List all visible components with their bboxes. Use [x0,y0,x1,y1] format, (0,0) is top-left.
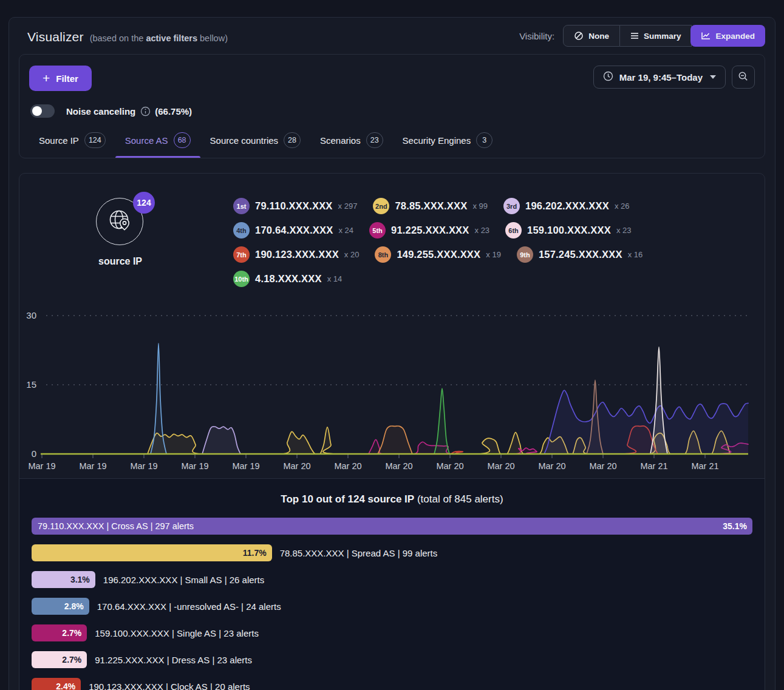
percentage-bar: 79.110.XXX.XXX | Cross AS | 297 alerts 3… [32,518,752,535]
legend-ip: 78.85.XXX.XXX [395,200,467,212]
chart-legend: 1st 79.110.XXX.XXX x 297 2nd 78.85.XXX.X… [233,198,763,287]
legend-ip: 157.245.XXX.XXX [539,249,622,260]
filter-right-controls: Mar 19, 9:45–Today [593,66,755,89]
percentage-bar: 2.8% [32,598,89,615]
bar-label-outside: 78.85.XXX.XXX | Spread AS | 99 alerts [280,548,438,558]
visibility-control: Visibility: None Summary Expanded [519,25,765,47]
legend-item[interactable]: 9th 157.245.XXX.XXX x 16 [517,246,643,263]
svg-text:30: 30 [26,310,36,320]
visibility-expanded-button[interactable]: Expanded [690,25,765,47]
filter-panel: + Filter Mar 19, 9:45–Today Noise cancel… [19,54,765,158]
bar-percentage: 2.4% [56,682,75,690]
percentage-bar: 11.7% [32,544,272,561]
legend-multiplier: x 20 [344,250,360,259]
legend-ip: 149.255.XXX.XXX [397,249,480,260]
legend-multiplier: x 23 [475,226,490,235]
legend-multiplier: x 14 [327,274,343,283]
top10-bar-row[interactable]: 2.8% 170.64.XXX.XXX | -unresolved AS- | … [32,598,752,615]
noise-canceling-toggle[interactable] [30,104,55,118]
rank-badge: 4th [233,222,250,238]
visibility-summary-button[interactable]: Summary [620,25,692,47]
percentage-bar: 3.1% [32,571,95,588]
top10-bar-row[interactable]: 2.4% 190.123.XXX.XXX | Clock AS | 20 ale… [32,678,752,690]
legend-ip: 190.123.XXX.XXX [255,249,339,260]
svg-text:Mar 20: Mar 20 [538,461,565,471]
legend-ip: 170.64.XXX.XXX [255,225,333,236]
rank-badge: 2nd [373,198,389,214]
visibility-none-button[interactable]: None [563,25,620,47]
percentage-bar: 2.7% [32,651,87,668]
filter-tab-source-countries[interactable]: Source countries 28 [200,124,310,158]
bar-label-outside: 159.100.XXX.XXX | Single AS | 23 alerts [95,628,259,638]
chart-header: 124 source IP 1st 79.110.XXX.XXX x 297 2… [19,174,765,287]
svg-text:Mar 19: Mar 19 [79,461,106,471]
legend-multiplier: x 297 [338,201,358,211]
filter-tab-source-ip[interactable]: Source IP 124 [29,124,115,158]
top10-bar-row[interactable]: 2.7% 91.225.XXX.XXX | Dress AS | 23 aler… [32,651,752,668]
top10-section: Top 10 out of 124 source IP (total of 84… [19,478,765,690]
entity-block: 124 source IP [96,198,145,287]
svg-text:Mar 19: Mar 19 [130,461,157,471]
bar-percentage: 2.7% [62,655,81,665]
svg-text:0: 0 [32,448,36,459]
zoom-out-button[interactable] [732,66,755,89]
rank-badge: 9th [517,246,533,263]
clock-icon [603,71,613,83]
svg-text:Mar 20: Mar 20 [487,461,514,471]
page-title: Visualizer [27,30,84,44]
tab-count-badge: 28 [284,132,301,148]
bar-label-inside: 79.110.XXX.XXX | Cross AS | 297 alerts [38,521,194,531]
globe-pin-icon [106,206,134,237]
top10-title: Top 10 out of 124 source IP (total of 84… [32,493,752,506]
svg-text:Mar 19: Mar 19 [28,461,55,471]
info-icon[interactable] [140,106,151,117]
filter-tab-security-engines[interactable]: Security Engines 3 [393,124,503,158]
noise-canceling-label: Noise canceling [66,106,135,117]
filter-tabs: Source IP 124 Source AS 68 Source countr… [29,124,755,158]
noise-canceling-row: Noise canceling (66.75%) [29,104,755,118]
date-range-button[interactable]: Mar 19, 9:45–Today [593,66,726,89]
none-icon [574,31,584,41]
filter-tab-source-as[interactable]: Source AS 68 [115,124,200,158]
bar-label-outside: 196.202.XXX.XXX | Small AS | 26 alerts [103,575,264,585]
legend-item[interactable]: 10th 4.18.XXX.XXX x 14 [233,271,342,287]
add-filter-button[interactable]: + Filter [29,66,92,91]
plus-icon: + [43,72,50,84]
legend-item[interactable]: 3rd 196.202.XXX.XXX x 26 [503,198,629,214]
tab-label: Source AS [125,135,168,146]
tab-count-badge: 3 [476,132,493,148]
legend-item[interactable]: 1st 79.110.XXX.XXX x 297 [233,198,357,214]
top10-bar-row[interactable]: 11.7% 78.85.XXX.XXX | Spread AS | 99 ale… [32,544,752,561]
percentage-bar: 2.7% [32,624,87,641]
top10-bar-row[interactable]: 3.1% 196.202.XXX.XXX | Small AS | 26 ale… [32,571,752,588]
legend-ip: 159.100.XXX.XXX [527,225,611,236]
top10-bar-row[interactable]: 79.110.XXX.XXX | Cross AS | 297 alerts 3… [32,518,752,535]
legend-item[interactable]: 5th 91.225.XXX.XXX x 23 [369,222,489,238]
bar-label-outside: 190.123.XXX.XXX | Clock AS | 20 alerts [89,682,250,690]
bar-percentage: 35.1% [723,521,747,531]
filter-tab-scenarios[interactable]: Scenarios 23 [310,124,393,158]
zoom-out-icon [738,71,749,84]
rank-badge: 5th [369,222,386,238]
legend-item[interactable]: 6th 159.100.XXX.XXX x 23 [505,222,631,238]
bar-percentage: 2.7% [62,628,81,638]
legend-item[interactable]: 2nd 78.85.XXX.XXX x 99 [373,198,488,214]
legend-item[interactable]: 4th 170.64.XXX.XXX x 24 [233,222,353,238]
rank-badge: 6th [505,222,522,238]
top10-bar-row[interactable]: 2.7% 159.100.XXX.XXX | Single AS | 23 al… [32,624,752,641]
visualizer-header: Visualizer (based on the active filters … [19,18,765,47]
legend-multiplier: x 26 [615,201,630,211]
title-wrap: Visualizer (based on the active filters … [19,30,228,44]
svg-text:Mar 20: Mar 20 [589,461,616,471]
legend-ip: 4.18.XXX.XXX [255,273,322,285]
rank-badge: 1st [233,198,250,214]
tab-label: Source IP [39,135,79,146]
legend-item[interactable]: 8th 149.255.XXX.XXX x 19 [375,246,500,263]
legend-ip: 91.225.XXX.XXX [391,225,469,236]
legend-item[interactable]: 7th 190.123.XXX.XXX x 20 [233,246,359,263]
svg-text:Mar 19: Mar 19 [181,461,208,471]
visibility-segmented-control: None Summary Expanded [563,25,765,47]
svg-text:Mar 21: Mar 21 [691,461,718,471]
chevron-down-icon [710,75,716,79]
legend-multiplier: x 23 [616,226,632,235]
